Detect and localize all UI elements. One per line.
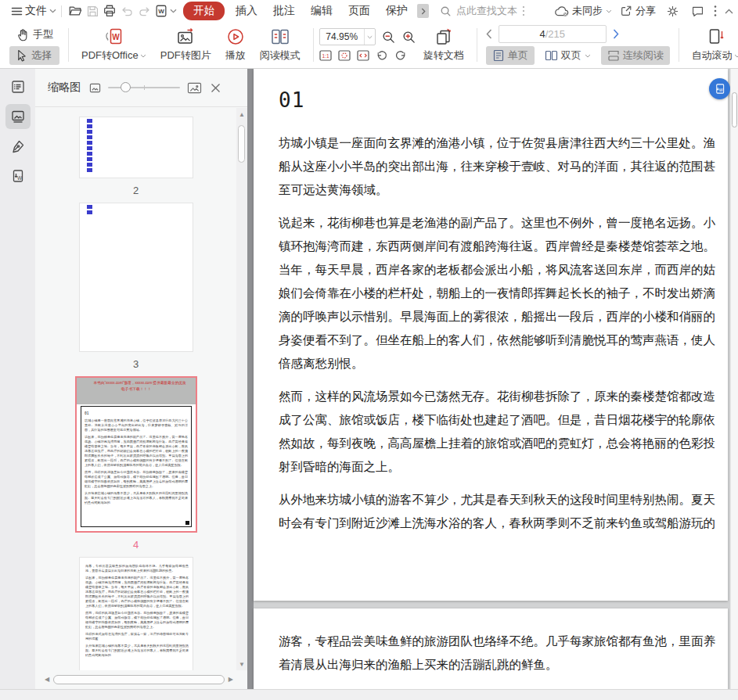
- undo-icon[interactable]: [118, 2, 135, 20]
- convert-word-icon[interactable]: W: [153, 2, 170, 20]
- close-panel-icon[interactable]: [211, 83, 221, 93]
- settings-gear-icon[interactable]: [664, 2, 681, 20]
- chevron-down-icon[interactable]: [170, 9, 177, 13]
- file-menu-button[interactable]: 文件: [25, 4, 56, 18]
- chevron-down-icon: [367, 35, 373, 39]
- zoom-out-icon[interactable]: [381, 30, 396, 45]
- select-tool-button[interactable]: 选择: [9, 46, 59, 65]
- large-thumbnails-icon[interactable]: [187, 81, 202, 95]
- document-page-5[interactable]: 游客，专程品尝美味鱼鲜的旅游团队也络绎不绝。几乎每家旅馆都有鱼池，里面养着清晨从…: [254, 608, 728, 689]
- pdf-to-office-button[interactable]: W PDF转Office: [74, 22, 153, 68]
- zoom-level-select[interactable]: 74.95%: [319, 28, 376, 45]
- paragraph: 然而，这样的风流场景如今已荡然无存。花街柳巷拆除了，原来的秦楼楚馆都改造成了公寓…: [279, 385, 715, 479]
- print-icon[interactable]: [101, 2, 118, 20]
- double-page-mode-button[interactable]: 双页: [538, 46, 597, 65]
- file-menu-label: 文件: [25, 4, 47, 18]
- rotate-right-icon[interactable]: [394, 49, 407, 62]
- chapter-heading: 01: [279, 88, 715, 113]
- paragraph: 坊城小镇是一座面向玄界滩的渔港小镇，位于佐贺县唐津往西大约三十公里处。渔船从这座…: [279, 131, 715, 202]
- find-text-placeholder: 点此查找文本: [456, 4, 517, 18]
- play-button[interactable]: 播放: [218, 22, 253, 68]
- comment-icon[interactable]: [689, 2, 706, 20]
- pen-nib-icon: [10, 138, 26, 154]
- thumbnail-page-2[interactable]: [79, 117, 193, 178]
- tab-protect[interactable]: 保护: [378, 2, 416, 20]
- thumbnail-panel: 缩略图 2: [35, 69, 247, 689]
- rotate-document-button[interactable]: 旋转文档: [416, 22, 471, 68]
- pointer-tools-group: 手型 选择: [0, 22, 63, 68]
- actual-size-icon[interactable]: 1:1: [319, 49, 332, 62]
- rotate-left-icon[interactable]: [376, 49, 388, 62]
- svg-text:W: W: [113, 33, 121, 41]
- more-tabs-button[interactable]: [417, 4, 429, 18]
- thumbnail-hscrollbar[interactable]: ◀ ▶: [45, 674, 233, 685]
- play-icon: [226, 27, 245, 46]
- scroll-up-icon[interactable]: ▲: [239, 111, 245, 119]
- continuous-reading-button[interactable]: 连续阅读: [601, 46, 670, 65]
- next-page-icon[interactable]: [613, 29, 619, 39]
- paragraph: 这样的老式旅馆在海湾的东岸，家挨着一家，沿岸的路面随处可见渔船专用的缆索: [279, 686, 715, 689]
- open-file-icon[interactable]: [67, 2, 84, 20]
- share-button[interactable]: 分享: [620, 4, 656, 18]
- chevron-down-icon: [734, 54, 738, 58]
- page-left-shadow: [247, 69, 254, 689]
- thumbnail-scrollbar[interactable]: ▲ ▼: [236, 108, 247, 670]
- tab-annotate[interactable]: 批注: [265, 2, 303, 20]
- scroll-right-icon[interactable]: ▶: [229, 676, 233, 684]
- thumbnail-panel-header: 缩略图: [35, 69, 247, 107]
- outline-panel-button[interactable]: [5, 74, 31, 99]
- thumbnail-size-slider[interactable]: [108, 87, 180, 88]
- redo-icon[interactable]: [135, 2, 153, 20]
- thumbnail-page-3[interactable]: [79, 203, 193, 352]
- tab-page[interactable]: 页面: [340, 2, 378, 20]
- document-page-4[interactable]: 01 坊城小镇是一座面向玄界滩的渔港小镇，位于佐贺县唐津往西大约三十公里处。渔船…: [254, 69, 728, 601]
- page-number-input[interactable]: 4/215: [499, 25, 607, 43]
- annotation-panel-button[interactable]: [5, 134, 31, 159]
- search-icon: [440, 5, 452, 17]
- rotate-document-label: 旋转文档: [423, 48, 464, 63]
- kebab-menu-icon[interactable]: [714, 5, 717, 17]
- slider-handle[interactable]: [121, 82, 131, 92]
- zoom-dropdown-button[interactable]: [364, 29, 375, 45]
- tab-edit[interactable]: 编辑: [303, 2, 340, 20]
- zoom-in-icon[interactable]: [401, 30, 416, 45]
- hscrollbar-track[interactable]: [53, 675, 225, 684]
- previous-page-icon[interactable]: [486, 29, 492, 39]
- hand-tool-button[interactable]: 手型: [9, 25, 59, 44]
- paragraph: 说起来，花街柳巷也算是老渔港的副产品了。这里也不例外，曾一度艳名远扬。小镇环抱海…: [279, 211, 715, 375]
- collapse-ribbon-icon[interactable]: [725, 9, 733, 14]
- fit-width-icon[interactable]: [357, 49, 369, 62]
- sync-status-button[interactable]: 未同步: [554, 4, 612, 18]
- document-scrollbar[interactable]: [730, 69, 738, 689]
- single-page-icon: [492, 49, 505, 62]
- thumbnail-panel-button[interactable]: [5, 104, 31, 129]
- find-text-control[interactable]: 点此查找文本: [440, 4, 525, 18]
- divider: [68, 28, 69, 62]
- tab-home[interactable]: 开始: [183, 2, 225, 20]
- small-thumbnails-icon[interactable]: [89, 82, 101, 94]
- double-page-icon: [545, 49, 558, 62]
- thumbnail-page-5[interactable]: 游客，专程品尝美味鱼鲜的旅游团队也络绎不绝。几乎每家旅馆都有鱼池，里面养着清晨从…: [79, 557, 193, 670]
- export-word-panel-button[interactable]: W: [5, 163, 31, 188]
- fit-page-icon[interactable]: [338, 49, 351, 62]
- share-icon: [620, 5, 632, 17]
- auto-scroll-button[interactable]: 自动滚动: [685, 22, 738, 68]
- cursor-arrow-icon: [16, 49, 27, 62]
- kebab-dots-icon[interactable]: [522, 5, 525, 16]
- reading-mode-button[interactable]: 阅读模式: [253, 22, 308, 68]
- hamburger-menu-icon[interactable]: [8, 2, 25, 20]
- divider: [477, 28, 477, 62]
- slider-tick: [144, 85, 145, 90]
- scroll-left-icon[interactable]: ◀: [45, 676, 49, 684]
- tab-insert[interactable]: 插入: [228, 2, 265, 20]
- document-view[interactable]: 01 坊城小镇是一座面向玄界滩的渔港小镇，位于佐贺县唐津往西大约三十公里处。渔船…: [247, 69, 738, 689]
- pdf-to-image-button[interactable]: PDF转图片: [153, 22, 218, 68]
- document-scrollbar-thumb[interactable]: [732, 92, 737, 127]
- export-to-word-floating-button[interactable]: W: [709, 78, 730, 99]
- scroll-down-icon[interactable]: ▼: [239, 661, 245, 669]
- thumbnail-scrollbar-thumb[interactable]: [238, 125, 245, 163]
- single-page-mode-button[interactable]: 单页: [486, 46, 535, 65]
- thumbnail-page-3-label: 3: [133, 352, 139, 376]
- save-icon[interactable]: [84, 2, 101, 20]
- thumbnail-page-4-selected[interactable]: 本书由“xxxxx.com”整理，xxxxx.com 提供最新最全的优质 电子书…: [75, 376, 197, 533]
